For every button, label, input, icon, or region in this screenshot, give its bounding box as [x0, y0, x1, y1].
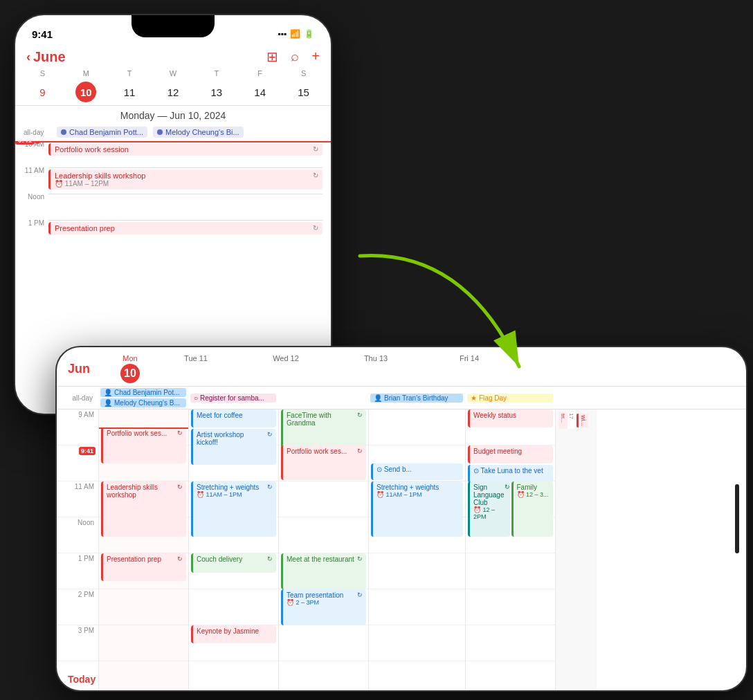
event-label: Meet for coffee: [197, 412, 243, 425]
event-title: Leadership skills workshop: [107, 483, 177, 499]
thu-col: ⊙ Send b... Stretching + weights ⏰ 11AM …: [368, 409, 465, 690]
wed-team-pres[interactable]: Team presentation ⏰ 2 – 3PM ↻: [281, 589, 366, 625]
thu-label: Thu 13: [364, 354, 388, 362]
event-title: Stretching + weights: [376, 483, 439, 491]
mon-11am: Leadership skills workshop ↻: [99, 481, 188, 517]
event-title: Leadership skills workshop: [55, 172, 145, 180]
thu-send[interactable]: ⊙ Send b...: [371, 463, 463, 480]
nav-bar[interactable]: ‹ June ⊞ ⌕ +: [15, 46, 331, 68]
tue-coffee[interactable]: Meet for coffee: [191, 409, 276, 427]
event-time: ⏰ 11AM – 1PM: [197, 491, 259, 498]
event-label: Couch delivery: [197, 555, 242, 571]
time-noon: Noon: [57, 517, 98, 553]
time-1pm: 1 PM: [57, 553, 98, 589]
date-10-today[interactable]: 10: [75, 82, 96, 102]
time-grid: 9:41 10 AM Portfolio work session ↻ 11 A…: [15, 141, 331, 246]
grid-icon[interactable]: ⊞: [266, 48, 278, 65]
thu-allday: 👤 Brian Tran's Birthday: [368, 392, 465, 404]
fri-noon: [466, 517, 555, 553]
now-line-landscape: [99, 427, 188, 429]
event-content: FaceTime with Grandma: [287, 412, 357, 448]
star-icon: ★: [471, 394, 477, 402]
col-header-mon[interactable]: Mon 10: [109, 354, 151, 383]
flag-day[interactable]: ★ Flag Day: [467, 394, 553, 403]
wed-noon: [279, 517, 368, 553]
col-header-tue[interactable]: Tue 11: [151, 354, 241, 383]
date-14[interactable]: 14: [250, 82, 271, 102]
today-button[interactable]: Today: [68, 674, 96, 685]
date-12[interactable]: 12: [163, 82, 183, 102]
register-samba-event[interactable]: ○ Register for samba...: [190, 394, 276, 403]
thu-11am: Stretching + weights ⏰ 11AM – 1PM: [369, 481, 465, 517]
brian-birthday[interactable]: 👤 Brian Tran's Birthday: [370, 394, 463, 403]
fri-budget[interactable]: Budget meeting: [468, 445, 553, 463]
tue-3pm: Keynote by Jasmine: [189, 625, 278, 661]
event-dot: [61, 129, 66, 135]
mon-date: 10: [120, 364, 140, 383]
event-label: ⊙ Send b...: [376, 466, 412, 478]
time-row-noon: Noon: [24, 194, 323, 220]
week-dates: 9 10 11 12 13 14 15: [15, 79, 331, 105]
date-13[interactable]: 13: [206, 82, 227, 102]
col-header-thu[interactable]: Thu 13: [331, 354, 421, 383]
tue-2pm: [189, 589, 278, 625]
wed-date: [276, 364, 296, 383]
date-11[interactable]: 11: [119, 82, 140, 102]
event-content: Meet at the restaurant: [287, 555, 354, 587]
wed-allday: [278, 396, 368, 399]
back-button[interactable]: ‹: [26, 50, 30, 64]
month-title[interactable]: ‹ June: [26, 49, 66, 65]
search-icon[interactable]: ⌕: [291, 48, 299, 65]
event-dot-icon: 👤: [104, 389, 112, 396]
col-header-wed[interactable]: Wed 12: [241, 354, 331, 383]
extra-col-content: wi... 17 tri...: [556, 409, 592, 432]
all-day-event-1[interactable]: Chad Benjamin Pott...: [57, 127, 147, 138]
all-day-event-2[interactable]: Melody Cheung's Bi...: [153, 127, 244, 138]
side-pill: [735, 484, 739, 553]
day-label-f: F: [238, 69, 282, 77]
chad-event[interactable]: 👤 Chad Benjamin Pot...: [100, 388, 186, 397]
tue-label: Tue 11: [184, 354, 208, 362]
col-header-fri[interactable]: Fri 14: [421, 354, 518, 383]
wed-10am: Portfolio work ses... ↻: [279, 445, 368, 481]
time-col: 9 AM 9:41 11 AM Noon 1 PM 2 PM 3 PM: [57, 409, 98, 690]
tue-11am: Stretching + weights ⏰ 11AM – 1PM ↻: [189, 481, 278, 517]
thu-date: [366, 364, 385, 383]
fri-9am: Weekly status: [466, 409, 555, 445]
body-grid: 9 AM 9:41 11 AM Noon 1 PM 2 PM 3 PM Port…: [57, 409, 746, 690]
event-portfolio-portrait[interactable]: Portfolio work session ↻: [48, 143, 323, 156]
wed-facetime[interactable]: FaceTime with Grandma ↻: [281, 409, 366, 450]
mon-col: Portfolio work ses... ↻ Leadership skill…: [98, 409, 188, 690]
add-icon[interactable]: +: [311, 48, 320, 65]
time-line-1pm: Presentation prep ↻: [48, 220, 323, 246]
event-time: ⏰ 11AM – 1PM: [376, 491, 439, 498]
event-leadership-portrait[interactable]: Leadership skills workshop ⏰ 11AM – 12PM…: [48, 169, 323, 190]
event-content: Team presentation ⏰ 2 – 3PM: [287, 591, 343, 623]
melody-event[interactable]: 👤 Melody Cheung's B...: [100, 398, 186, 407]
fri-1pm: [466, 553, 555, 589]
mon-presentation[interactable]: Presentation prep ↻: [101, 553, 186, 581]
fri-luna[interactable]: ⊙ Take Luna to the vet: [468, 465, 553, 483]
wed-portfolio[interactable]: Portfolio work ses... ↻: [281, 445, 366, 480]
sync-icon: ↻: [357, 591, 363, 623]
event-label: Presentation prep: [55, 224, 115, 232]
fri-weekly-status[interactable]: Weekly status: [468, 409, 553, 427]
event-presentation-portrait[interactable]: Presentation prep ↻: [48, 222, 323, 234]
wed-restaurant[interactable]: Meet at the restaurant ↻: [281, 553, 366, 589]
all-day-label: all-day: [24, 129, 51, 136]
thu-2pm: [369, 589, 465, 625]
wed-1pm: Meet at the restaurant ↻: [279, 553, 368, 589]
wed-11am: [279, 481, 368, 517]
tue-keynote[interactable]: Keynote by Jasmine: [191, 625, 276, 643]
event-label: Weekly status: [473, 412, 516, 425]
time-label-1pm: 1 PM: [24, 220, 48, 227]
all-day-strip-label: all-day: [57, 394, 98, 402]
time-row-10am: 10 AM Portfolio work session ↻: [24, 141, 323, 167]
date-9[interactable]: 9: [32, 82, 53, 102]
event-label: Portfolio work session: [55, 145, 129, 154]
tue-couch[interactable]: Couch delivery ↻: [191, 553, 276, 573]
day-label-s2: S: [282, 69, 325, 77]
thu-10am: ⊙ Send b...: [369, 445, 465, 481]
date-15[interactable]: 15: [293, 82, 314, 102]
all-day-strip: all-day 👤 Chad Benjamin Pot... 👤 Melody …: [57, 387, 746, 409]
